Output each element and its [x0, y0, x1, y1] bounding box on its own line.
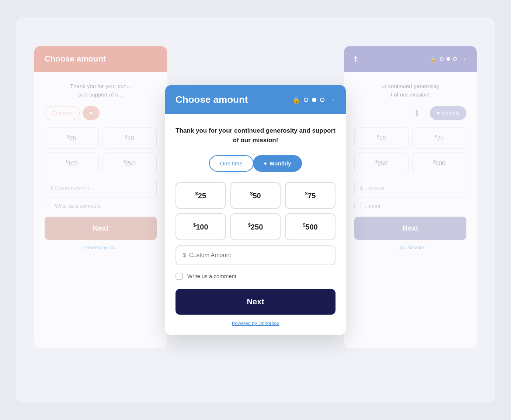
- bg-card-right: t 🔒 → ur continued generosityt of our mi…: [344, 46, 477, 348]
- right-card-body: ur continued generosityt of our mission!…: [344, 72, 477, 260]
- right-header-icons: 🔒 →: [430, 55, 466, 63]
- right-step-2: [446, 57, 450, 61]
- amount-btn-100[interactable]: $100: [175, 213, 226, 240]
- amount-grid: $25 $50 $75 $100 $250 $500: [175, 182, 336, 240]
- left-monthly-indicator: ♥: [83, 106, 100, 120]
- left-checkbox: [45, 203, 51, 209]
- left-next-btn: Next: [45, 217, 157, 240]
- outer-wrapper: Choose amount Thank you for your con...a…: [16, 17, 495, 403]
- monthly-label: Monthly: [270, 160, 291, 167]
- onetime-toggle-btn[interactable]: One time: [209, 155, 254, 172]
- modal-step-1: [304, 98, 308, 102]
- modal-header-icons: 🔒 →: [292, 95, 336, 104]
- modal-title: Choose amount: [175, 94, 287, 105]
- next-button[interactable]: Next: [175, 289, 336, 315]
- right-arrow: →: [460, 55, 466, 63]
- left-card-title: Choose amount: [45, 54, 106, 63]
- left-amount-100: $100: [45, 153, 99, 174]
- right-checkbox: [354, 203, 361, 209]
- amount-btn-250[interactable]: $250: [230, 213, 281, 240]
- left-comment-label: Write us a comment: [55, 203, 101, 209]
- right-amount-grid: $50 $75 $250 $500: [354, 127, 466, 174]
- right-amount-50: $50: [354, 127, 409, 149]
- modal-step-3: [320, 98, 324, 102]
- right-toggle-row: ▌ ♥ Monthly: [354, 106, 466, 120]
- right-lock-icon: 🔒: [430, 56, 437, 63]
- comment-label: Write us a comment: [187, 273, 236, 279]
- modal-header: Choose amount 🔒 →: [165, 85, 346, 114]
- bg-card-left: Choose amount Thank you for your con...a…: [34, 46, 167, 348]
- left-onetime-btn: One time: [45, 106, 80, 120]
- right-custom-input: $ ...mount: [354, 179, 466, 197]
- comment-row: Write us a comment: [175, 273, 336, 280]
- left-amount-grid: $25 $50 $100 $250: [45, 127, 157, 174]
- left-powered: Powered by Do...: [45, 245, 157, 250]
- custom-dollar-sign: $: [183, 252, 186, 259]
- custom-amount-wrapper: $: [175, 245, 336, 265]
- right-amount-500: $500: [412, 153, 466, 174]
- right-card-header: t 🔒 →: [344, 46, 477, 72]
- custom-amount-input[interactable]: [189, 252, 328, 259]
- left-custom-input: $ Custom Amou...: [45, 179, 157, 197]
- right-comment-row: ...ment: [354, 203, 466, 209]
- right-card-subtitle: ur continued generosityt of our mission!: [354, 82, 466, 99]
- powered-by-donorbox[interactable]: Powered by Donorbox: [175, 321, 336, 326]
- right-amount-75: $75: [412, 127, 466, 149]
- right-monthly-btn: ♥ Monthly: [430, 106, 466, 120]
- modal-step-2: [312, 98, 316, 102]
- toggle-row: One time ♥ Monthly: [175, 155, 336, 172]
- monthly-toggle-btn[interactable]: ♥ Monthly: [253, 155, 302, 172]
- left-card-subtitle: Thank you for your con...and support of …: [45, 82, 157, 99]
- modal-body: Thank you for your continued generosity …: [165, 114, 346, 335]
- left-amount-50: $50: [102, 127, 157, 149]
- modal-subtitle: Thank you for your continued generosity …: [175, 126, 336, 145]
- left-amount-250: $250: [102, 153, 157, 174]
- right-step-3: [453, 57, 457, 61]
- amount-btn-25[interactable]: $25: [175, 182, 226, 209]
- modal-lock-icon: 🔒: [292, 96, 300, 104]
- amount-btn-75[interactable]: $75: [285, 182, 336, 209]
- monthly-heart-icon: ♥: [264, 161, 267, 167]
- right-amount-250: $250: [354, 153, 409, 174]
- left-toggle-row: One time ♥: [45, 106, 157, 120]
- amount-btn-50[interactable]: $50: [230, 182, 281, 209]
- left-amount-25: $25: [45, 127, 99, 149]
- right-comment-label: ...ment: [365, 203, 380, 209]
- right-card-title-partial: t: [354, 54, 357, 64]
- left-card-header: Choose amount: [34, 46, 167, 72]
- left-card-body: Thank you for your con...and support of …: [34, 72, 167, 260]
- right-next-btn: Next: [354, 217, 466, 240]
- right-step-1: [440, 57, 444, 61]
- left-comment-row: Write us a comment: [45, 203, 157, 209]
- modal-arrow-icon: →: [328, 95, 336, 104]
- main-modal: Choose amount 🔒 → Thank you for your con…: [165, 85, 346, 335]
- amount-btn-500[interactable]: $500: [285, 213, 336, 240]
- comment-checkbox[interactable]: [175, 273, 183, 280]
- right-powered: ...by Donorbox: [354, 245, 466, 250]
- right-onetime-partial: ▌: [409, 106, 427, 120]
